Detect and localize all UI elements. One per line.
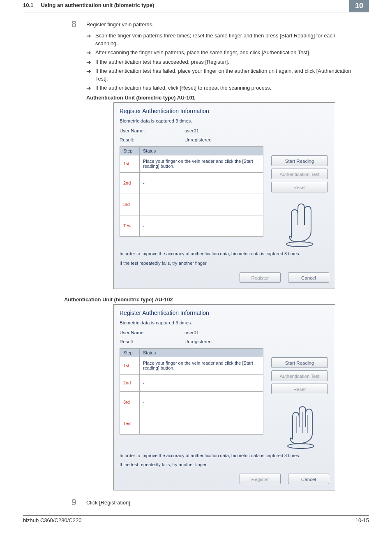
result-value: Unregistered [184, 339, 212, 344]
reset-button[interactable]: Reset [271, 182, 328, 192]
dialog-au102: Register Authentication Information Biom… [113, 304, 335, 491]
row1-status: Place your finger on the vein reader and… [140, 357, 263, 374]
bullet-text: If the authentication test has failed, p… [95, 67, 359, 83]
svg-point-0 [286, 242, 313, 247]
user-name-label: User Name: [120, 128, 157, 133]
register-button[interactable]: Register [240, 272, 281, 283]
dialog-au101: Register Authentication Information Biom… [113, 102, 335, 289]
step-text-8: Register finger vein patterns. [86, 20, 359, 28]
register-button[interactable]: Register [240, 474, 281, 484]
row2-status: - [140, 172, 263, 194]
start-reading-button[interactable]: Start Reading [271, 155, 328, 166]
step-number-8: 8 [64, 20, 76, 29]
section-title: Using an authentication unit (biometric … [41, 2, 154, 8]
dialog-note2: If the test repeatedly fails, try anothe… [120, 462, 329, 468]
user-name-value: user01 [184, 330, 199, 335]
row3-step: 3rd [120, 194, 140, 215]
step-number-9: 9 [64, 498, 76, 507]
row1-step: 1st [120, 155, 140, 172]
row2-step: 2nd [120, 374, 140, 391]
row4-step: Test [120, 215, 140, 236]
status-table: Step Status 1st Place your finger on the… [120, 348, 263, 435]
result-value: Unregistered [184, 137, 212, 142]
authentication-test-button[interactable]: Authentication Test [271, 169, 328, 179]
arrow-icon: ➔ [86, 67, 91, 83]
result-label: Result: [120, 137, 157, 142]
row3-status: - [140, 391, 263, 413]
chapter-badge: 10 [349, 0, 369, 12]
footer-model: bizhub C360/C280/C220 [23, 517, 81, 523]
step-text-9: Click [Registration]. [86, 498, 359, 506]
cancel-button[interactable]: Cancel [288, 474, 329, 484]
arrow-icon: ➔ [86, 58, 91, 66]
user-name-value: user01 [184, 128, 199, 133]
row3-status: - [140, 194, 263, 215]
row3-step: 3rd [120, 391, 140, 413]
bullet-text: Scan the finger vein patterns three time… [95, 32, 359, 47]
arrow-icon: ➔ [86, 49, 91, 57]
arrow-icon: ➔ [86, 84, 91, 92]
dialog-title: Register Authentication Information [120, 310, 329, 316]
dialog-intro: Biometric data is captured 3 times. [120, 320, 329, 325]
authentication-test-button[interactable]: Authentication Test [271, 370, 328, 381]
bullet-text: If the authentication has failed, click … [95, 84, 271, 92]
bullet-text: If the authentication test has succeeded… [95, 58, 229, 66]
col-status: Status [140, 146, 263, 155]
dialog-title: Register Authentication Information [120, 108, 329, 114]
dialog-note1: In order to improve the accuracy of auth… [120, 453, 329, 459]
row1-status: Place your finger on the vein reader and… [140, 155, 263, 172]
dialog-intro: Biometric data is captured 3 times. [120, 118, 329, 123]
hand-illustration-102 [281, 400, 318, 449]
arrow-icon: ➔ [86, 32, 91, 47]
col-step: Step [120, 348, 140, 357]
dialog-note2: If the test repeatedly fails, try anothe… [120, 260, 329, 266]
row2-step: 2nd [120, 172, 140, 194]
row4-status: - [140, 215, 263, 236]
col-status: Status [140, 348, 263, 357]
section-number: 10.1 [23, 2, 33, 8]
dialog-note1: In order to improve the accuracy of auth… [120, 251, 329, 257]
row2-status: - [140, 374, 263, 391]
start-reading-button[interactable]: Start Reading [271, 357, 328, 368]
col-step: Step [120, 146, 140, 155]
footer-page: 10-15 [355, 517, 369, 523]
caption-au101: Authentication Unit (biometric type) AU-… [86, 95, 359, 101]
row1-step: 1st [120, 357, 140, 374]
row4-step: Test [120, 413, 140, 434]
user-name-label: User Name: [120, 330, 157, 335]
header-left: 10.1 Using an authentication unit (biome… [23, 2, 154, 10]
result-label: Result: [120, 339, 157, 344]
cancel-button[interactable]: Cancel [288, 272, 329, 283]
bullet-text: After scanning the finger vein patterns,… [95, 49, 310, 57]
svg-point-4 [288, 444, 314, 449]
reset-button[interactable]: Reset [271, 384, 328, 394]
status-table: Step Status 1st Place your finger on the… [120, 146, 263, 237]
row4-status: - [140, 413, 263, 434]
caption-au102: Authentication Unit (biometric type) AU-… [64, 296, 359, 303]
hand-illustration-101 [281, 198, 318, 247]
